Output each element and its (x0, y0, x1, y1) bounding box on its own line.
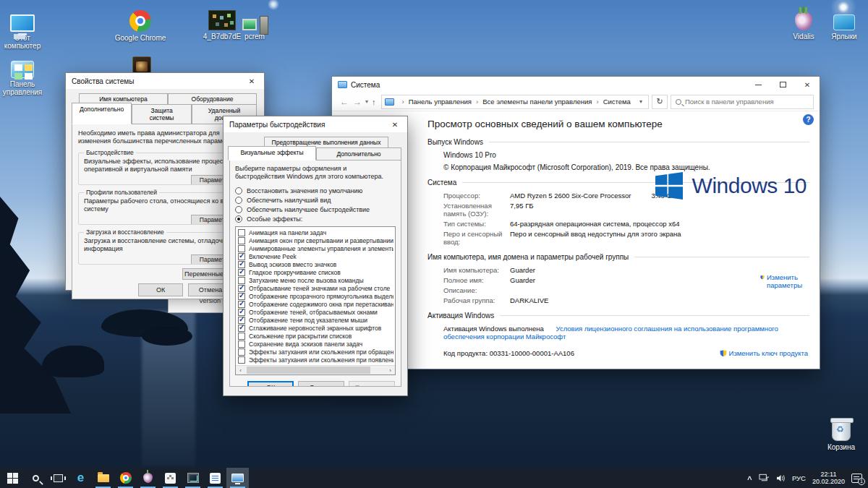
effect-row[interactable]: Отображение тени под указателем мыши (238, 316, 393, 324)
checkbox-icon[interactable] (238, 341, 245, 348)
tab-advanced[interactable]: Дополнительно (316, 147, 401, 160)
visual-effects-intro: Выберите параметры оформления и быстроде… (235, 165, 396, 181)
task-view-button[interactable] (47, 468, 69, 488)
radio-icon[interactable] (235, 187, 242, 194)
search-box[interactable] (671, 95, 814, 109)
change-settings-link[interactable]: Изменить параметры (760, 273, 808, 289)
radio-label: Обеспечить наилучшее быстродействие (247, 206, 370, 213)
clock[interactable]: 22:11 20.02.2020 (812, 471, 845, 485)
up-icon[interactable]: ↑ (372, 98, 376, 106)
radio-row[interactable]: Особые эффекты: (235, 214, 396, 223)
taskbar-chrome[interactable] (114, 468, 137, 488)
effect-row[interactable]: Отображение прозрачного прямоугольника в… (238, 292, 393, 300)
taskbar-app-white[interactable] (159, 468, 182, 488)
radio-icon[interactable] (235, 206, 242, 213)
start-button[interactable] (0, 468, 25, 488)
recent-pages-chevron-icon[interactable]: ▾ (365, 98, 368, 105)
effect-row[interactable]: Включение Peek (238, 252, 393, 260)
close-icon[interactable]: ✕ (239, 73, 264, 89)
checkbox-icon[interactable] (238, 333, 245, 340)
ok-button[interactable]: ОК (138, 283, 183, 296)
effect-row[interactable]: Анимация окон при свертывании и разверты… (238, 236, 393, 244)
language-indicator[interactable]: РУС (792, 474, 806, 482)
tray-expand-chevron-icon[interactable]: ∧ (746, 474, 753, 481)
close-icon[interactable]: ✕ (795, 77, 820, 93)
copyright-text: © Корпорация Майкрософт (Microsoft Corpo… (427, 163, 809, 171)
effect-row[interactable]: Отбрасывание теней значками на рабочем с… (238, 284, 393, 292)
checkbox-icon[interactable] (238, 348, 245, 356)
minimize-icon[interactable] (746, 77, 770, 93)
taskbar-file-explorer[interactable] (92, 468, 114, 488)
effect-row[interactable]: Затухание меню после вызова команды (238, 276, 393, 284)
breadcrumb-item[interactable]: Все элементы панели управления (472, 98, 592, 106)
effect-row[interactable]: Сохранение вида эскизов панели задач (238, 340, 393, 348)
effect-row[interactable]: Скольжение при раскрытии списков (238, 332, 393, 340)
desktop-icon-chrome[interactable]: Google Chrome (114, 6, 167, 42)
back-icon[interactable]: ← (340, 97, 349, 107)
checkbox-icon[interactable] (238, 325, 245, 332)
taskbar: e ∧ РУС 22:11 20.02.2020 1 (0, 468, 868, 488)
effect-row[interactable]: Анимированные элементы управления и элем… (238, 244, 393, 252)
radio-label: Особые эффекты: (247, 215, 302, 223)
effect-row[interactable]: Эффекты затухания или скольжения при обр… (238, 348, 393, 356)
maximize-icon[interactable] (770, 77, 795, 93)
visual-effects-list[interactable]: Анимация на панели задач Анимация окон п… (235, 226, 396, 375)
scrollbar-thumb[interactable] (247, 367, 370, 374)
shortcuts-folder-icon (833, 14, 855, 30)
search-input[interactable] (685, 98, 809, 106)
ok-button[interactable]: ОК (247, 381, 294, 387)
radio-icon[interactable] (235, 215, 242, 223)
desktop-icon-recycle-bin[interactable]: Корзина (814, 415, 868, 451)
refresh-icon[interactable]: ↻ (652, 95, 668, 109)
desktop-icon-this-pc[interactable]: Этот компьютер (0, 6, 49, 50)
taskbar-system-window[interactable] (226, 468, 249, 488)
breadcrumb-item[interactable]: Панель управления (398, 98, 472, 106)
forward-icon[interactable]: → (353, 97, 362, 107)
tab-strip-front: Визуальные эффекты Дополнительно (228, 147, 401, 160)
desktop-icon-shortcuts[interactable]: Ярлыки (817, 4, 868, 40)
effect-row[interactable]: Гладкое прокручивание списков (238, 268, 393, 276)
radio-row[interactable]: Восстановить значения по умолчанию (235, 186, 396, 195)
desktop-icon-pcrem[interactable]: pcrem (228, 4, 281, 40)
effect-row[interactable]: Отображение содержимого окна при перетас… (238, 300, 393, 308)
taskbar-edge[interactable]: e (69, 468, 92, 488)
checkbox-icon[interactable] (238, 269, 245, 276)
radio-icon[interactable] (235, 197, 242, 204)
checkbox-icon[interactable] (238, 229, 245, 236)
info-row: Установленная память (ОЗУ): 7,95 ГБ (427, 202, 809, 218)
horizontal-scrollbar[interactable]: ‹ › (236, 365, 395, 374)
close-icon[interactable]: ✕ (383, 116, 407, 132)
taskbar-app-dark[interactable] (182, 468, 204, 488)
desktop-icon-control-panel[interactable]: Панель управления (0, 52, 49, 96)
icon-label: Google Chrome (114, 34, 167, 42)
start-icon (7, 473, 18, 484)
address-dropdown-icon[interactable]: ▾ (637, 98, 645, 105)
taskbar-search-button[interactable] (25, 468, 47, 488)
tab[interactable]: Оборудование (168, 93, 257, 104)
radio-row[interactable]: Обеспечить наилучший вид (235, 195, 396, 205)
checkbox-icon[interactable] (238, 356, 245, 364)
effect-row[interactable]: Анимация на панели задач (238, 228, 393, 236)
radio-row[interactable]: Обеспечить наилучшее быстродействие (235, 205, 396, 214)
effect-row[interactable]: Сглаживание неровностей экранных шрифтов (238, 324, 393, 332)
tab[interactable]: Дополнительно (72, 103, 132, 124)
notification-center-icon[interactable]: 1 (851, 474, 862, 483)
taskbar-app-docs[interactable] (204, 468, 226, 488)
tab[interactable]: Защита системы (132, 104, 192, 124)
tab-visual-effects[interactable]: Визуальные эффекты (228, 146, 316, 160)
change-product-key-link[interactable]: Изменить ключ продукта (720, 349, 808, 357)
taskbar-vidalia[interactable] (137, 468, 159, 488)
scroll-left-icon[interactable]: ‹ (236, 366, 245, 374)
scroll-right-icon[interactable]: › (386, 366, 395, 374)
network-icon[interactable] (759, 474, 770, 482)
effect-row[interactable]: Эффекты затухания или скольжения при поя… (238, 356, 393, 364)
cancel-button[interactable]: Отмена (298, 381, 344, 387)
address-bar[interactable]: Панель управленияВсе элементы панели упр… (381, 95, 649, 109)
effect-row[interactable]: Отображение теней, отбрасываемых окнами (238, 308, 393, 316)
apply-button[interactable]: Применить (349, 381, 395, 387)
volume-icon[interactable] (776, 474, 786, 482)
effect-row[interactable]: Вывод эскизов вместо значков (238, 260, 393, 268)
system-window-icon (338, 81, 347, 88)
breadcrumb-item[interactable]: Система (592, 98, 630, 106)
checkbox-icon[interactable] (238, 237, 245, 244)
